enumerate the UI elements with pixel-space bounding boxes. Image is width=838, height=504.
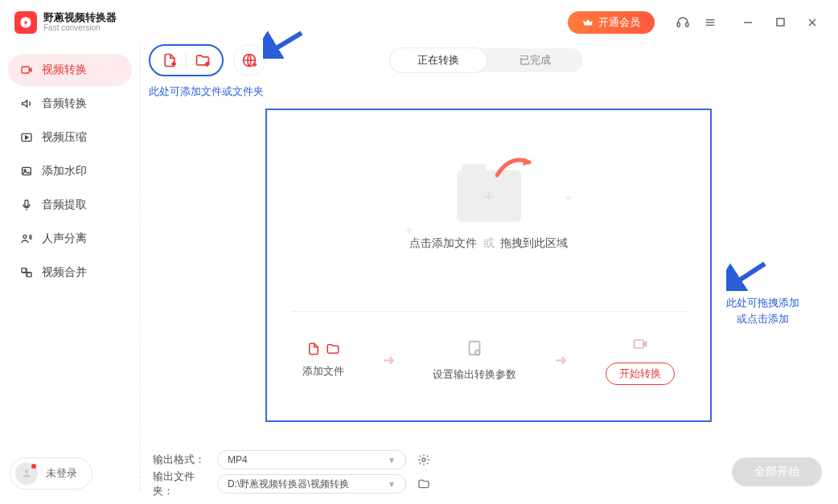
- maximize-button[interactable]: [764, 9, 796, 36]
- tab-done[interactable]: 已完成: [487, 48, 583, 72]
- svg-rect-14: [25, 200, 28, 207]
- sidebar-item-voice-separate[interactable]: 人声分离: [8, 223, 132, 255]
- video-convert-icon: [19, 64, 34, 76]
- svg-rect-10: [22, 67, 29, 73]
- folder-illustration: ＋: [457, 170, 521, 222]
- output-controls: 输出格式： MP4 ▼ 输出文件夹： D:\野蔥视频转换器\视频转换 ▼ 全部开…: [153, 448, 826, 496]
- or-text: 或: [483, 236, 495, 249]
- svg-point-15: [23, 235, 27, 238]
- divider: [186, 53, 187, 68]
- sidebar-item-label: 视频转换: [42, 63, 87, 77]
- audio-convert-icon: [19, 97, 34, 110]
- step-add-file: 添加文件: [302, 342, 344, 379]
- svg-rect-16: [22, 268, 26, 272]
- select-value: D:\野蔥视频转换器\视频转换: [228, 477, 349, 491]
- support-icon[interactable]: [669, 9, 696, 36]
- settings-doc-icon: [466, 339, 483, 357]
- open-folder-button[interactable]: [414, 474, 433, 494]
- crown-icon: [582, 17, 594, 28]
- sparkle-icon: ✦: [404, 223, 414, 238]
- svg-rect-2: [686, 23, 688, 27]
- sidebar-item-watermark[interactable]: 添加水印: [8, 155, 132, 187]
- sidebar-item-label: 音频提取: [42, 198, 87, 212]
- menu-icon[interactable]: [696, 9, 724, 36]
- sidebar: 视频转换 音频转换 视频压缩 添加水印 音频提取 人声分离 视频合并: [0, 44, 141, 490]
- format-settings-button[interactable]: [414, 450, 433, 469]
- svg-point-30: [422, 458, 425, 461]
- drop-zone-text: 点击添加文件 或 拖拽到此区域: [409, 236, 569, 251]
- sidebar-item-audio-extract[interactable]: 音频提取: [8, 189, 132, 221]
- select-value: MP4: [228, 454, 248, 465]
- sidebar-item-label: 人声分离: [42, 232, 87, 246]
- svg-rect-1: [677, 23, 680, 27]
- sparkle-icon: ✦: [563, 191, 573, 206]
- minimize-button[interactable]: [732, 9, 764, 36]
- output-folder-label: 输出文件夹：: [153, 469, 209, 498]
- sidebar-item-label: 添加水印: [42, 164, 87, 178]
- tab-converting[interactable]: 正在转换: [390, 48, 487, 72]
- svg-point-27: [475, 350, 480, 354]
- start-all-button[interactable]: 全部开始: [732, 457, 822, 486]
- output-format-label: 输出格式：: [153, 453, 209, 467]
- start-convert-button[interactable]: 开始转换: [606, 363, 675, 385]
- step-label: 设置输出转换参数: [433, 367, 516, 382]
- svg-rect-7: [777, 18, 784, 26]
- titlebar: 野蔥视频转换器 Fast conversion 开通会员: [0, 0, 838, 44]
- status-tabs: 正在转换 已完成: [390, 48, 583, 72]
- sidebar-item-video-merge[interactable]: 视频合并: [8, 256, 132, 289]
- file-plus-icon: [306, 342, 321, 356]
- swoosh-icon: [495, 154, 532, 178]
- drop-zone[interactable]: ✦ ✦ + ＋ 点击添加文件 或 拖拽到此区域 添加文件 ➜: [265, 109, 712, 422]
- folder-plus-icon: [326, 342, 340, 356]
- camera-icon: [631, 336, 650, 352]
- chevron-down-icon: ▼: [388, 456, 396, 465]
- sidebar-item-label: 音频转换: [42, 96, 87, 111]
- annotation-add-hint: 此处可添加文件或文件夹: [149, 84, 264, 99]
- sidebar-item-video-convert[interactable]: 视频转换: [8, 54, 132, 86]
- output-format-select[interactable]: MP4 ▼: [217, 450, 406, 469]
- main-area: + + + 此处可添加文件或文件夹 正在转换 已完成 ✦ ✦ +: [141, 44, 838, 504]
- watermark-icon: [19, 165, 34, 178]
- arrow-icon: ➜: [383, 351, 395, 369]
- svg-rect-28: [635, 340, 644, 348]
- login-label: 未登录: [46, 466, 77, 481]
- vip-button[interactable]: 开通会员: [568, 11, 655, 34]
- annotation-arrow-icon: [263, 28, 303, 59]
- chevron-down-icon: ▼: [388, 480, 396, 489]
- svg-line-29: [733, 264, 765, 285]
- step-settings: 设置输出转换参数: [433, 339, 516, 382]
- sidebar-item-label: 视频合并: [42, 265, 87, 280]
- login-button[interactable]: 未登录: [10, 457, 92, 490]
- video-merge-icon: [19, 266, 34, 279]
- app-logo-icon: [14, 11, 37, 34]
- sidebar-item-label: 视频压缩: [42, 130, 87, 145]
- svg-line-23: [269, 33, 302, 52]
- step-label: 添加文件: [302, 364, 344, 379]
- audio-extract-icon: [19, 199, 34, 211]
- sparkle-icon: +: [558, 240, 565, 255]
- step-start: 开始转换: [606, 336, 675, 385]
- app-title: 野蔥视频转换器: [43, 12, 117, 23]
- add-file-folder-group: + +: [149, 44, 224, 76]
- video-compress-icon: [19, 131, 34, 144]
- add-url-button[interactable]: +: [233, 44, 265, 76]
- steps-row: 添加文件 ➜ 设置输出转换参数 ➜ 开始转换: [267, 312, 710, 408]
- sidebar-item-video-compress[interactable]: 视频压缩: [8, 121, 132, 154]
- add-file-button[interactable]: +: [162, 52, 178, 68]
- annotation-drop-hint: 此处可拖拽添加 或点击添加: [718, 295, 807, 326]
- toolbar: + + +: [149, 44, 265, 76]
- svg-point-20: [25, 469, 29, 473]
- drop-zone-top: ✦ ✦ + ＋ 点击添加文件 或 拖拽到此区域: [267, 110, 710, 311]
- svg-rect-17: [27, 272, 31, 277]
- svg-text:+: +: [172, 60, 176, 68]
- add-folder-button[interactable]: +: [195, 52, 211, 68]
- window-controls: [732, 9, 828, 36]
- svg-text:+: +: [253, 61, 257, 68]
- app-subtitle: Fast conversion: [43, 23, 117, 32]
- close-button[interactable]: [796, 9, 828, 36]
- output-folder-select[interactable]: D:\野蔥视频转换器\视频转换 ▼: [217, 474, 406, 494]
- app-logo: 野蔥视频转换器 Fast conversion: [14, 11, 117, 34]
- vip-label: 开通会员: [598, 15, 640, 30]
- voice-separate-icon: [19, 232, 34, 245]
- sidebar-item-audio-convert[interactable]: 音频转换: [8, 88, 132, 120]
